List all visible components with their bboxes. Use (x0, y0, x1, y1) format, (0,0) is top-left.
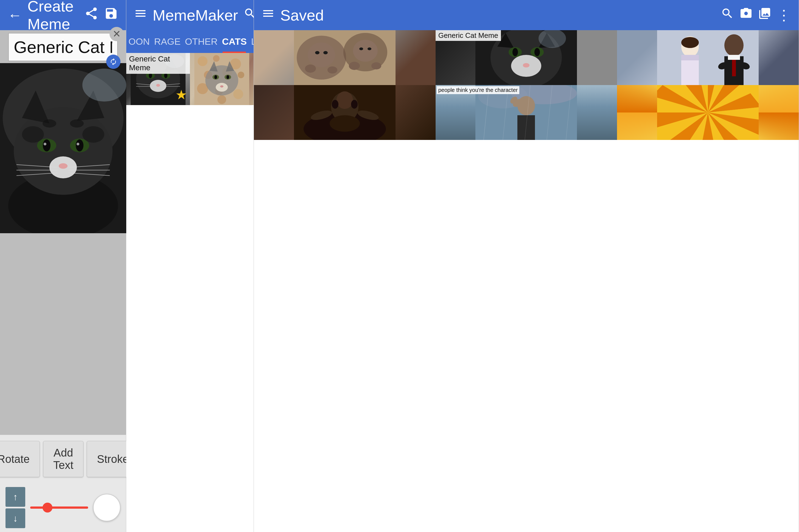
svg-point-63 (308, 42, 335, 67)
size-slider-thumb[interactable] (42, 502, 52, 513)
saved-menu-icon[interactable] (262, 7, 275, 23)
saved-panel: Saved ⋮ (254, 0, 799, 532)
saved-title: Saved (280, 6, 715, 24)
saved-thumb-bg-3 (617, 30, 799, 85)
save-disk-icon[interactable] (104, 6, 118, 24)
saved-item-6[interactable] (617, 85, 799, 140)
saved-item-5[interactable]: people think you're the character (435, 85, 617, 140)
svg-point-46 (238, 72, 244, 78)
svg-point-49 (233, 89, 243, 99)
rotate-button[interactable]: Rotate (0, 441, 40, 477)
svg-point-102 (351, 100, 358, 109)
menu-icon[interactable] (134, 7, 147, 23)
svg-point-72 (368, 48, 371, 50)
mememaker-toolbar: MemeMaker ⋮ (126, 0, 254, 30)
meme-item-1[interactable]: Generic Cat Meme ★ (126, 53, 190, 105)
meme-text-input[interactable] (8, 33, 118, 61)
saved-thumb-bg-6 (617, 85, 799, 140)
add-text-button[interactable]: Add Text (43, 441, 83, 477)
svg-point-22 (42, 119, 56, 128)
svg-point-68 (371, 62, 381, 70)
svg-point-9 (44, 143, 47, 146)
mememaker-panel: MemeMaker ⋮ OON RAGE OTHER CATS LOL HOAH (126, 0, 254, 532)
up-down-buttons: ↑ ↓ (5, 487, 25, 528)
svg-point-21 (82, 126, 104, 143)
saved-camera-icon[interactable] (740, 7, 752, 23)
svg-rect-93 (732, 60, 736, 76)
svg-rect-92 (728, 55, 740, 60)
saved-more-icon[interactable]: ⋮ (777, 7, 791, 23)
svg-point-65 (305, 64, 316, 73)
back-icon[interactable]: ← (8, 7, 22, 23)
rotate-handle[interactable] (106, 55, 120, 69)
svg-point-12 (77, 143, 79, 146)
svg-point-64 (353, 40, 378, 62)
svg-point-70 (323, 51, 328, 54)
tab-cats[interactable]: CATS (220, 30, 249, 53)
color-picker[interactable] (93, 494, 120, 521)
tab-rage[interactable]: RAGE (152, 30, 183, 53)
svg-point-79 (513, 48, 518, 56)
saved-gallery-icon[interactable] (758, 7, 771, 23)
saved-search-icon[interactable] (721, 7, 734, 23)
close-text-btn[interactable]: ✕ (110, 27, 124, 41)
up-button[interactable]: ↑ (5, 487, 25, 507)
svg-point-23 (70, 119, 84, 128)
svg-point-109 (517, 96, 535, 115)
meme-grid: Generic Cat Meme ★ (126, 53, 254, 105)
down-button[interactable]: ↓ (5, 508, 25, 528)
svg-point-81 (534, 48, 540, 56)
svg-point-20 (22, 126, 44, 143)
svg-point-54 (215, 75, 217, 79)
svg-point-82 (523, 63, 529, 68)
meme-thumb-label-1: Generic Cat Meme (126, 53, 190, 74)
bottom-buttons: Rotate Add Text Stroke (0, 435, 126, 483)
tab-lol[interactable]: LOL (249, 30, 254, 53)
svg-point-41 (198, 56, 207, 66)
svg-point-90 (724, 34, 744, 56)
svg-point-101 (332, 100, 338, 109)
saved-item-1[interactable] (254, 30, 435, 85)
svg-point-42 (213, 55, 220, 62)
svg-point-105 (330, 115, 360, 132)
svg-point-99 (336, 91, 353, 109)
svg-point-3 (14, 107, 113, 195)
category-tabs: OON RAGE OTHER CATS LOL HOAH (126, 30, 254, 53)
svg-point-8 (43, 139, 51, 151)
svg-point-11 (76, 139, 83, 151)
meme-item-2[interactable] (190, 53, 254, 105)
slider-row: ↑ ↓ (0, 483, 126, 532)
svg-point-57 (220, 85, 223, 88)
saved-item-3[interactable] (617, 30, 799, 85)
saved-item-4[interactable] (254, 85, 435, 140)
svg-point-69 (315, 51, 319, 54)
saved-thumb-label-5: people think you're the character (437, 86, 520, 94)
saved-thumb-label-2: Generic Cat Meme (435, 30, 501, 41)
svg-point-34 (156, 84, 160, 87)
saved-thumb-bg-1 (254, 30, 435, 85)
svg-rect-88 (681, 55, 699, 60)
svg-rect-87 (681, 58, 699, 85)
size-slider-track[interactable] (30, 507, 88, 509)
svg-point-66 (328, 66, 337, 74)
svg-point-56 (226, 75, 229, 79)
create-meme-title: Create Meme (27, 0, 79, 33)
svg-point-67 (349, 62, 360, 70)
tab-other[interactable]: OTHER (183, 30, 220, 53)
saved-grid: Generic Cat Meme (254, 30, 799, 140)
svg-point-50 (217, 95, 226, 104)
share-icon[interactable] (84, 6, 98, 24)
text-box-container: ✕ (8, 33, 118, 61)
svg-point-13 (59, 163, 68, 169)
cat-image-area (0, 63, 126, 233)
create-canvas-area: ✕ (0, 30, 126, 435)
create-meme-panel: ← Create Meme ✕ (0, 0, 126, 532)
grey-spacer (0, 233, 126, 435)
svg-point-24 (82, 69, 126, 101)
saved-item-2[interactable]: Generic Cat Meme (435, 30, 617, 85)
cat-image-placeholder (0, 63, 126, 233)
create-meme-toolbar: ← Create Meme (0, 0, 126, 30)
tab-oon[interactable]: OON (126, 30, 152, 53)
saved-thumb-bg-4 (254, 85, 435, 140)
svg-point-89 (681, 37, 699, 48)
